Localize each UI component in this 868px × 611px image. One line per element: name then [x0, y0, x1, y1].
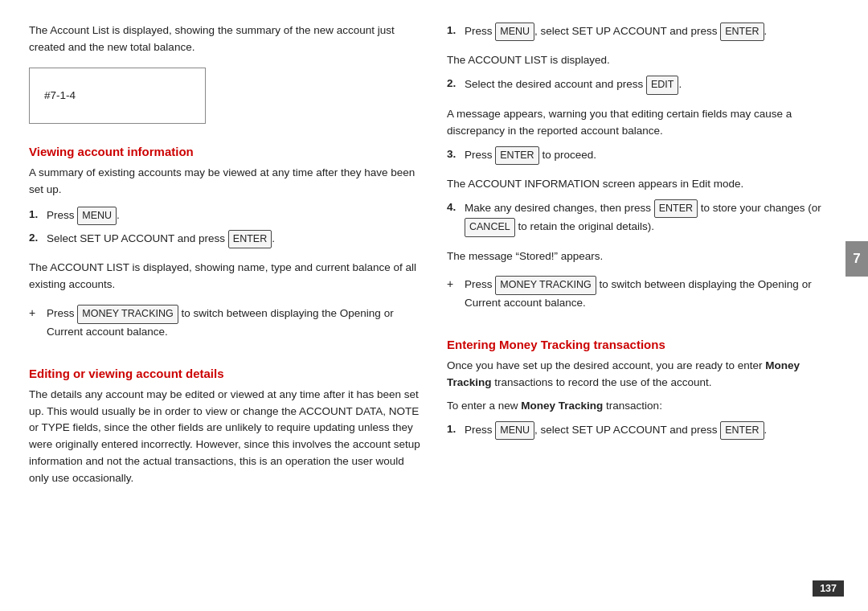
menu-key: MENU	[77, 207, 117, 225]
right-note1: The ACCOUNT LIST is displayed.	[447, 52, 839, 69]
right-step-3-content: Press ENTER to proceed.	[465, 146, 839, 165]
right-step-1-num: 1.	[447, 23, 465, 39]
section1-title: Viewing account information	[29, 145, 421, 158]
step-1: 1. Press MENU.	[29, 207, 421, 225]
bullet-list-2: + Press MONEY TRACKING to switch between…	[447, 276, 839, 314]
right-step2-list: 2. Select the desired account and press …	[447, 76, 839, 99]
bullet-plus-2: +	[447, 276, 465, 293]
right-step-2-num: 2.	[447, 76, 465, 92]
bullet-2: + Press MONEY TRACKING to switch between…	[447, 276, 839, 311]
chapter-tab: 7	[845, 241, 868, 277]
enter-key-r1: ENTER	[720, 23, 764, 41]
right-note2: A message appears, warning you that edit…	[447, 106, 839, 140]
right-s2-step-1: 1. Press MENU, select SET UP ACCOUNT and…	[447, 421, 839, 440]
figure-box: #7-1-4	[29, 68, 206, 124]
enter-key-s2: ENTER	[720, 421, 764, 440]
bullet-list-1: + Press MONEY TRACKING to switch between…	[29, 305, 421, 343]
step-1-num: 1.	[29, 207, 47, 223]
bold-money-tracking-1: Money Tracking	[447, 359, 800, 388]
bullet-1-content: Press MONEY TRACKING to switch between d…	[47, 305, 421, 340]
right-section2-body2: To enter a new Money Tracking transactio…	[447, 398, 839, 415]
section2-body: The details any account may be edited or…	[29, 387, 421, 488]
right-section2-body: Once you have set up the desired account…	[447, 358, 839, 392]
figure-label: #7-1-4	[44, 89, 76, 101]
money-tracking-key-1: MONEY TRACKING	[77, 305, 178, 323]
left-column: The Account List is displayed, showing t…	[29, 23, 421, 595]
bullet-2-content: Press MONEY TRACKING to switch between d…	[465, 276, 839, 311]
columns: The Account List is displayed, showing t…	[29, 23, 839, 595]
right-s2-step-1-content: Press MENU, select SET UP ACCOUNT and pr…	[465, 421, 839, 440]
right-step-4-num: 4.	[447, 199, 465, 216]
intro-text: The Account List is displayed, showing t…	[29, 23, 421, 56]
right-step-1-content: Press MENU, select SET UP ACCOUNT and pr…	[465, 23, 839, 41]
right-step-4-content: Make any desired changes, then press ENT…	[465, 199, 839, 237]
page-container: The Account List is displayed, showing t…	[0, 0, 868, 611]
right-step-2-content: Select the desired account and press EDI…	[465, 76, 839, 94]
enter-key: ENTER	[228, 230, 272, 248]
menu-key-r1: MENU	[495, 23, 534, 41]
account-list-note: The ACCOUNT LIST is displayed, showing n…	[29, 260, 421, 293]
cancel-key: CANCEL	[465, 218, 515, 236]
right-s2-step-1-num: 1.	[447, 421, 465, 438]
right-section2-title: Entering Money Tracking transactions	[447, 338, 839, 351]
right-note3: The ACCOUNT INFORMATION screen appears i…	[447, 176, 839, 193]
section1-body: A summary of existing accounts may be vi…	[29, 165, 421, 199]
right-section2-steps: 1. Press MENU, select SET UP ACCOUNT and…	[447, 421, 839, 445]
step-2: 2. Select SET UP ACCOUNT and press ENTER…	[29, 230, 421, 248]
section2-title: Editing or viewing account details	[29, 367, 421, 380]
bold-money-tracking-2: Money Tracking	[521, 400, 603, 412]
right-step-1: 1. Press MENU, select SET UP ACCOUNT and…	[447, 23, 839, 41]
right-step-3: 3. Press ENTER to proceed.	[447, 146, 839, 165]
bullet-plus-1: +	[29, 305, 47, 322]
menu-key-s2: MENU	[495, 421, 534, 440]
step-1-content: Press MENU.	[47, 207, 421, 225]
right-column: 1. Press MENU, select SET UP ACCOUNT and…	[447, 23, 839, 595]
right-section1-steps: 1. Press MENU, select SET UP ACCOUNT and…	[447, 23, 839, 46]
section1-steps: 1. Press MENU. 2. Select SET UP ACCOUNT …	[29, 207, 421, 254]
bullet-1: + Press MONEY TRACKING to switch between…	[29, 305, 421, 340]
right-step4-list: 4. Make any desired changes, then press …	[447, 199, 839, 242]
right-step-2: 2. Select the desired account and press …	[447, 76, 839, 94]
right-step3-list: 3. Press ENTER to proceed.	[447, 146, 839, 170]
edit-key: EDIT	[646, 76, 678, 94]
money-tracking-key-2: MONEY TRACKING	[495, 276, 596, 294]
page-number: 137	[813, 580, 844, 597]
enter-key-r4: ENTER	[654, 199, 698, 218]
chapter-number: 7	[853, 251, 860, 267]
step-2-content: Select SET UP ACCOUNT and press ENTER.	[47, 230, 421, 248]
right-note4: The message “Stored!” appears.	[447, 248, 839, 265]
step-2-num: 2.	[29, 230, 47, 247]
right-step-3-num: 3.	[447, 146, 465, 163]
enter-key-r3: ENTER	[495, 146, 538, 165]
right-step-4: 4. Make any desired changes, then press …	[447, 199, 839, 237]
